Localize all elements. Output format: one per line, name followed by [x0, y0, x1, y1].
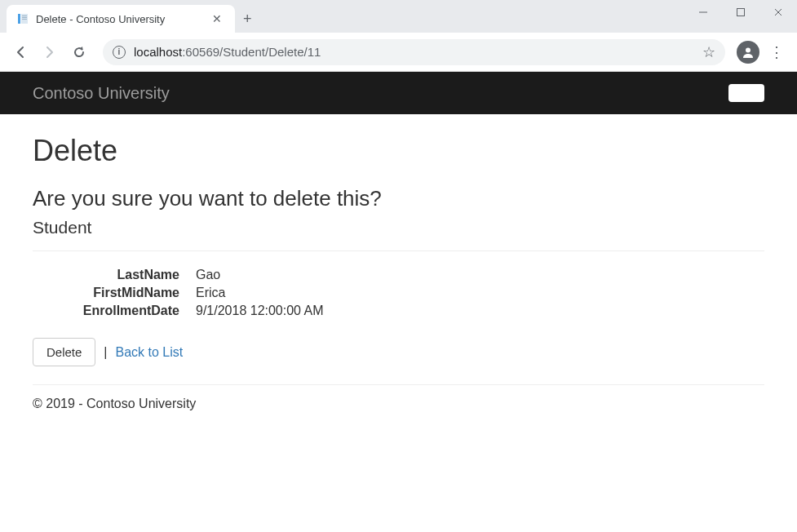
page-content: Delete Are you sure you want to delete t…: [0, 114, 797, 431]
address-bar[interactable]: i localhost:60569/Student/Delete/11 ☆: [103, 39, 725, 65]
browser-tab-strip: Delete - Contoso University ✕ +: [0, 0, 797, 33]
details-list: LastName Gao FirstMidName Erica Enrollme…: [33, 268, 764, 318]
site-info-icon[interactable]: i: [113, 46, 126, 59]
delete-button[interactable]: Delete: [33, 338, 95, 366]
tab-favicon-icon: [16, 12, 29, 25]
enrollment-date-label: EnrollmentDate: [33, 304, 196, 318]
svg-rect-0: [18, 14, 20, 24]
tab-title: Delete - Contoso University: [36, 13, 165, 25]
svg-rect-2: [22, 16, 27, 16]
page-title: Delete: [33, 134, 764, 168]
tab-close-icon[interactable]: ✕: [209, 11, 225, 27]
action-separator: |: [104, 345, 107, 360]
bookmark-star-icon[interactable]: ☆: [702, 43, 715, 61]
reload-button[interactable]: [67, 40, 91, 64]
site-navbar: Contoso University: [0, 72, 797, 114]
first-mid-name-label: FirstMidName: [33, 286, 196, 300]
enrollment-date-value: 9/1/2018 12:00:00 AM: [196, 304, 764, 318]
confirm-heading: Are you sure you want to delete this?: [33, 186, 764, 211]
brand-link[interactable]: Contoso University: [33, 84, 170, 103]
window-maximize-button[interactable]: [722, 0, 759, 24]
footer-text: © 2019 - Contoso University: [33, 397, 764, 411]
url-text: localhost:60569/Student/Delete/11: [134, 45, 321, 59]
browser-toolbar: i localhost:60569/Student/Delete/11 ☆ ⋮: [0, 33, 797, 72]
svg-rect-3: [22, 17, 27, 18]
url-path: :60569/Student/Delete/11: [182, 45, 321, 59]
browser-tab[interactable]: Delete - Contoso University ✕: [7, 5, 235, 33]
last-name-value: Gao: [196, 268, 764, 282]
window-close-button[interactable]: [759, 0, 797, 24]
navbar-toggle-button[interactable]: [728, 84, 764, 102]
browser-menu-button[interactable]: ⋮: [764, 38, 789, 66]
last-name-label: LastName: [33, 268, 196, 282]
back-to-list-link[interactable]: Back to List: [116, 345, 184, 360]
entity-heading: Student: [33, 218, 764, 237]
svg-point-9: [746, 47, 751, 52]
url-host: localhost: [134, 45, 182, 59]
divider: [33, 250, 764, 251]
footer-divider: [33, 384, 764, 385]
window-controls: [684, 0, 797, 24]
forward-button[interactable]: [38, 40, 62, 64]
back-button[interactable]: [8, 40, 33, 64]
svg-rect-4: [22, 19, 27, 20]
profile-button[interactable]: [737, 41, 759, 64]
action-row: Delete | Back to List: [33, 338, 764, 366]
first-mid-name-value: Erica: [196, 286, 764, 300]
window-minimize-button[interactable]: [684, 0, 722, 24]
new-tab-button[interactable]: +: [235, 6, 260, 33]
svg-rect-6: [737, 9, 745, 16]
